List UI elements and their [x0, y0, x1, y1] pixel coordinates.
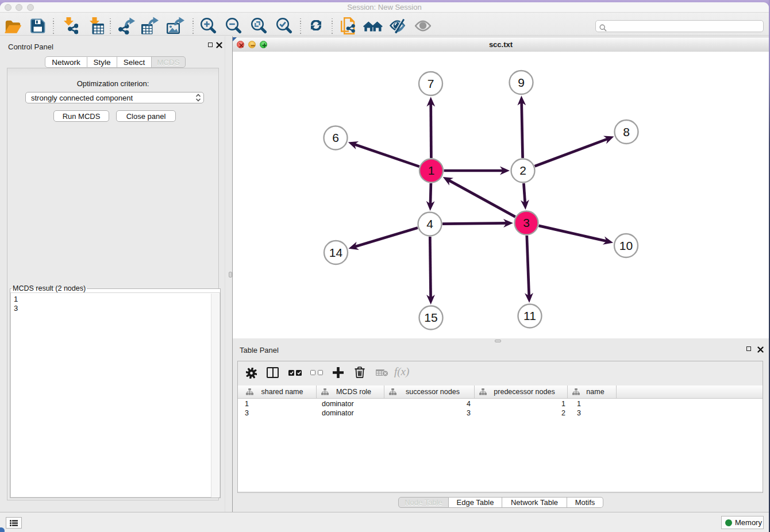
svg-text:9: 9 [518, 76, 525, 89]
svg-text:7: 7 [428, 77, 434, 90]
svg-text:15: 15 [424, 311, 437, 324]
svg-text:10: 10 [619, 239, 633, 252]
svg-text:2: 2 [519, 164, 526, 177]
svg-text:3: 3 [523, 216, 530, 229]
svg-text:11: 11 [523, 309, 536, 322]
svg-text:8: 8 [623, 125, 630, 138]
svg-text:4: 4 [426, 217, 433, 230]
svg-text:1: 1 [428, 164, 435, 177]
svg-text:14: 14 [329, 246, 343, 259]
svg-text:6: 6 [332, 131, 339, 144]
